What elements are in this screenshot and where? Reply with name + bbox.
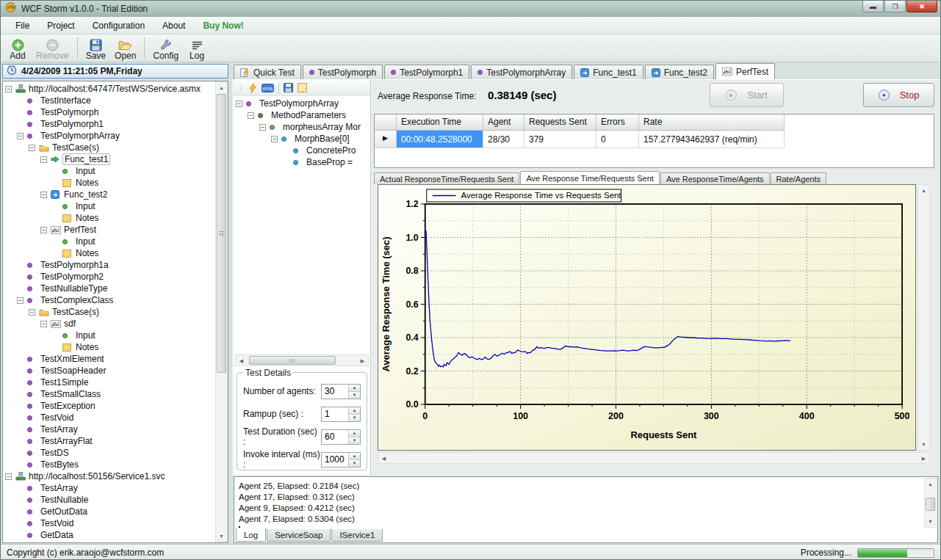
service-tree-scrollbar[interactable]: ▲ ☰ ▼ <box>215 81 228 542</box>
tree-item-func-test2[interactable]: −Func_test2 <box>3 189 215 200</box>
spin-down-icon[interactable]: ▼ <box>349 392 360 399</box>
grid-cell[interactable]: 379 <box>524 131 596 148</box>
tree-item-input[interactable]: Input <box>3 236 215 247</box>
tree-item-test1simple[interactable]: Test1Simple <box>3 377 215 388</box>
tree-item-testarray[interactable]: TestArray <box>3 423 215 435</box>
menu-about[interactable]: About <box>154 18 194 33</box>
tree-item-testcase-s[interactable]: −TestCase(s) <box>3 142 215 153</box>
test-duration-sec-input[interactable] <box>322 430 348 444</box>
tree-item-testcase-s[interactable]: −TestCase(s) <box>3 306 215 318</box>
scrollbar-thumb[interactable]: III <box>249 356 336 365</box>
collapse-toggle-icon[interactable]: − <box>29 309 35 316</box>
collapse-toggle-icon[interactable]: − <box>40 321 47 327</box>
log-tab-log[interactable]: Log <box>236 528 266 542</box>
tree-item-http-localhost-64747-testws-service-asmx[interactable]: −http://localhost:64747/TestWS/Service.a… <box>3 83 215 95</box>
save-sm-icon[interactable] <box>284 83 293 92</box>
collapse-toggle-icon[interactable]: − <box>236 101 242 107</box>
tree-item-testpolymorph2[interactable]: TestPolymorph2 <box>3 271 215 283</box>
tree-item-testarrayflat[interactable]: TestArrayFlat <box>3 435 215 447</box>
tab-testpolymorph1[interactable]: TestPolymorph1 <box>384 65 469 79</box>
collapse-toggle-icon[interactable]: − <box>5 86 12 92</box>
tree-item-testpolymorpharray[interactable]: −TestPolymorphArray <box>3 130 215 142</box>
stop-button[interactable]: ● Stop <box>863 83 934 107</box>
spin-down-icon[interactable]: ▼ <box>349 437 360 444</box>
tree-item-notes[interactable]: Notes <box>3 177 215 189</box>
chart-tab-ave-response-time-requests-sent[interactable]: Ave Response Time/Requests Sent <box>520 171 659 184</box>
tree-item-notes[interactable]: Notes <box>3 247 215 259</box>
rampup-sec-stepper[interactable]: ▲▼ <box>321 407 361 422</box>
chart-tab-rate-agents[interactable]: Rate/Agents <box>771 172 827 184</box>
restore-button[interactable]: ❐ <box>884 1 906 12</box>
tree-item-sdf[interactable]: −sdf <box>3 318 215 330</box>
add-button[interactable]: Add <box>4 34 32 62</box>
minimize-button[interactable]: ▬ <box>862 1 884 12</box>
tree-item-testvoid[interactable]: TestVoid <box>3 517 215 529</box>
grid-cell[interactable]: 0 <box>596 131 639 148</box>
tree-item-testnullabletype[interactable]: TestNullableType <box>3 283 215 294</box>
spin-up-icon[interactable]: ▲ <box>349 385 360 392</box>
scroll-up-icon[interactable]: ▲ <box>918 185 929 196</box>
spin-up-icon[interactable]: ▲ <box>349 430 360 437</box>
tree-item-concretepro[interactable]: ConcretePro <box>234 145 370 156</box>
tree-item-testnullable[interactable]: TestNullable <box>3 494 215 506</box>
grid-data-row[interactable]: ▶00:00:48.252800028/303790157.2779434629… <box>375 131 934 148</box>
column-header-execution-time[interactable]: Execution Time <box>397 114 483 131</box>
tree-item-testinterface[interactable]: TestInterface <box>3 95 215 106</box>
log-button[interactable]: Log <box>183 34 211 62</box>
scroll-up-icon[interactable]: ▲ <box>925 479 936 490</box>
tree-item-testsmallclass[interactable]: TestSmallClass <box>3 388 215 400</box>
tree-item-testpolymorph[interactable]: TestPolymorph <box>3 106 215 118</box>
column-header-agent[interactable]: Agent <box>483 114 524 131</box>
tree-item-testpolymorph1a[interactable]: TestPolymorph1a <box>3 259 215 271</box>
scroll-up-icon[interactable]: ▲ <box>216 82 227 93</box>
scroll-right-icon[interactable]: ▶ <box>918 453 929 464</box>
scrollbar-thumb[interactable]: ☰ <box>217 94 226 373</box>
tree-item-testpolymorph1[interactable]: TestPolymorph1 <box>3 118 215 130</box>
grid-cell[interactable]: 28/30 <box>483 131 524 148</box>
test-duration-sec-stepper[interactable]: ▲▼ <box>321 429 361 445</box>
chart-tab-actual-responsetime-requests-sent[interactable]: Actual ResponseTime/Requests Sent <box>374 172 519 184</box>
grid-cell[interactable]: 00:00:48.2528000 <box>397 131 483 148</box>
tree-item-getdata[interactable]: GetData <box>3 529 215 541</box>
tree-item-testvoid[interactable]: TestVoid <box>3 412 215 423</box>
tab-perftest[interactable]: PerfTest <box>715 63 775 79</box>
spin-up-icon[interactable]: ▲ <box>349 453 360 460</box>
tree-item-morpheusarray-mor[interactable]: −morpheusArray Mor <box>234 121 370 133</box>
tab-quick-test[interactable]: Quick Test <box>234 65 301 79</box>
scroll-right-icon[interactable]: ▶ <box>357 355 368 366</box>
tree-item-testbytes[interactable]: TestBytes <box>3 459 215 470</box>
tree-item-input[interactable]: Input <box>3 330 215 341</box>
column-header-rate[interactable]: Rate <box>639 114 785 131</box>
column-header-requests-sent[interactable]: Requests Sent <box>524 114 596 131</box>
collapse-toggle-icon[interactable]: − <box>248 112 254 119</box>
tab-func-test1[interactable]: Func_test1 <box>574 65 643 79</box>
collapse-toggle-icon[interactable]: − <box>40 156 47 163</box>
scroll-left-icon[interactable]: ◀ <box>236 355 247 366</box>
start-button[interactable]: ▶ Start <box>710 83 784 107</box>
close-button[interactable]: ✖ <box>906 1 937 12</box>
collapse-toggle-icon[interactable]: − <box>40 227 47 233</box>
number-of-agents-stepper[interactable]: ▲▼ <box>321 384 361 399</box>
spin-up-icon[interactable]: ▲ <box>349 407 360 415</box>
tree-item-testexception[interactable]: TestException <box>3 400 215 412</box>
tree-item-input[interactable]: Input <box>3 165 215 177</box>
scroll-left-icon[interactable]: ◀ <box>378 453 389 464</box>
tree-item-notes[interactable]: Notes <box>3 341 215 353</box>
scroll-down-icon[interactable]: ▼ <box>216 531 227 542</box>
menu-project[interactable]: Project <box>38 18 83 33</box>
tree-item-methodparameters[interactable]: −MethodParameters <box>234 109 370 121</box>
tree-item-testxmlelement[interactable]: TestXmlElement <box>3 353 215 365</box>
collapse-toggle-icon[interactable]: − <box>17 297 24 304</box>
tree-item-baseprop[interactable]: BaseProp = <box>234 156 370 168</box>
tab-testpolymorph[interactable]: TestPolymorph <box>303 65 383 79</box>
number-of-agents-input[interactable] <box>322 385 348 399</box>
tree-item-testsoapheader[interactable]: TestSoapHeader <box>3 365 215 377</box>
config-button[interactable]: Config <box>148 34 183 62</box>
row-selector-header[interactable] <box>375 114 397 131</box>
xhtml-icon[interactable]: XHTML <box>262 84 274 92</box>
tree-item-testcomplexclass[interactable]: −TestComplexClass <box>3 294 215 306</box>
scroll-down-icon[interactable]: ▼ <box>925 516 936 527</box>
collapse-toggle-icon[interactable]: − <box>271 136 278 142</box>
log-tab-iservice1[interactable]: IService1 <box>331 529 383 542</box>
tree-item-morphbase-0[interactable]: −MorphBase[0] <box>234 133 370 145</box>
